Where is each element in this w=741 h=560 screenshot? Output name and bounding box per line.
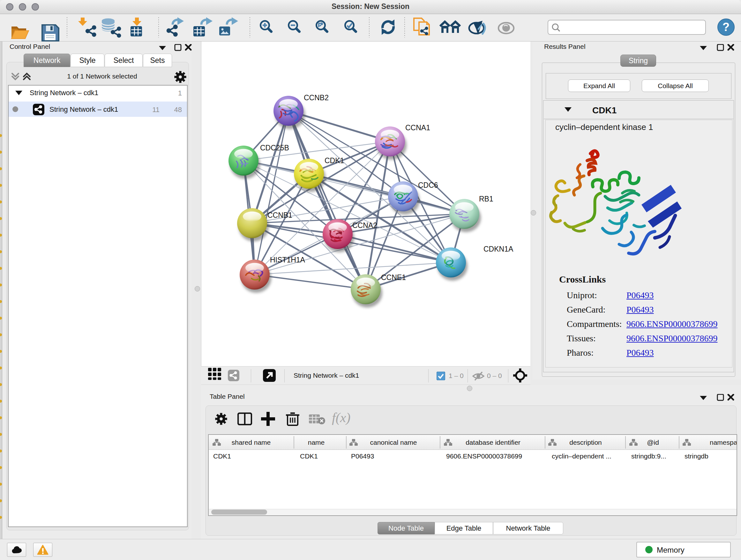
svg-text:RB1: RB1: [479, 195, 493, 203]
svg-text:CDC25B: CDC25B: [260, 144, 289, 152]
svg-text:namespac: namespac: [710, 439, 737, 446]
svg-text:name: name: [308, 439, 325, 446]
svg-text:shared name: shared name: [232, 439, 271, 446]
svg-text:CCNB2: CCNB2: [304, 94, 329, 102]
svg-text:HIST1H1A: HIST1H1A: [270, 256, 306, 264]
svg-text:@id: @id: [647, 439, 659, 446]
svg-text:CCNE1: CCNE1: [381, 273, 406, 282]
svg-text:description: description: [569, 439, 602, 446]
svg-text:CDKN1A: CDKN1A: [483, 245, 514, 253]
svg-text:?: ?: [723, 20, 730, 34]
svg-text:database identifier: database identifier: [466, 439, 521, 446]
svg-text:canonical name: canonical name: [370, 439, 417, 446]
svg-text:CCNA2: CCNA2: [352, 221, 377, 230]
svg-text:CCNA1: CCNA1: [405, 124, 430, 132]
svg-text:CDK1: CDK1: [325, 157, 344, 165]
svg-text:CCNB1: CCNB1: [267, 211, 292, 219]
svg-text:CDC6: CDC6: [418, 181, 438, 189]
